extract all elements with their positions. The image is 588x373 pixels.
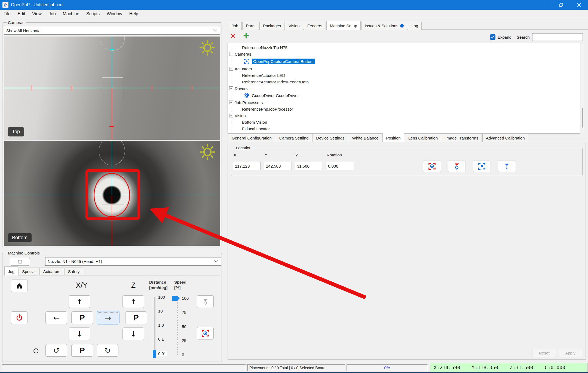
position-xy-button[interactable]: P xyxy=(71,311,93,324)
location-z-field[interactable] xyxy=(295,162,323,170)
tree-item-fiducal-locator[interactable]: Fiducal Locator xyxy=(242,126,270,131)
capture-camera-location-button[interactable] xyxy=(473,160,491,172)
tree-expander[interactable]: − xyxy=(229,52,233,56)
tree-item-capture-camera-bottom[interactable]: OpenPnpCaptureCamera Bottom xyxy=(252,59,315,64)
tool-selector[interactable]: Nozzle: N1 - N045 (Head: H1) xyxy=(45,257,221,266)
tab-job[interactable]: Job xyxy=(228,22,242,30)
close-button[interactable] xyxy=(570,0,588,10)
tab-camera-settling[interactable]: Camera Settling xyxy=(276,134,312,142)
tree-item-actuator-led[interactable]: ReferenceActuator LED xyxy=(242,73,285,78)
park-camera-button[interactable] xyxy=(197,327,214,339)
camera-view-selector[interactable]: Show All Horizontal xyxy=(4,27,220,35)
tab-vision[interactable]: Vision xyxy=(285,22,303,30)
tab-general-configuration[interactable]: General Configuration xyxy=(228,134,275,142)
tree-expander[interactable]: − xyxy=(229,114,233,117)
tab-white-balance[interactable]: White Balance xyxy=(349,134,382,142)
restore-button[interactable] xyxy=(552,0,570,10)
distance-slider-thumb[interactable] xyxy=(153,350,156,358)
capture-nozzle-location-button[interactable] xyxy=(498,160,516,172)
tree-expander[interactable]: − xyxy=(229,67,233,71)
tree-item-cameras[interactable]: Cameras xyxy=(235,52,251,56)
close-icon xyxy=(577,3,581,7)
jog-z-plus-button[interactable]: ↑ xyxy=(122,295,144,308)
position-z-button[interactable]: P xyxy=(125,311,147,324)
home-button[interactable] xyxy=(11,280,28,292)
jog-x-plus-button[interactable]: → xyxy=(97,311,120,325)
location-rotation-field[interactable] xyxy=(326,162,354,170)
top-camera-view[interactable]: Top xyxy=(4,37,220,140)
tree-item-bottom-vision[interactable]: Bottom Vision xyxy=(242,120,267,125)
tree-item-actuators[interactable]: Actuators xyxy=(235,66,252,71)
menu-edit[interactable]: Edit xyxy=(14,10,29,18)
bottom-camera-view[interactable]: Bottom xyxy=(4,141,220,246)
menu-view[interactable]: View xyxy=(29,10,45,18)
distance-tick: 1.0 xyxy=(158,323,164,327)
tree-scrollbar-thumb[interactable] xyxy=(582,108,583,128)
tab-position[interactable]: Position xyxy=(382,133,404,142)
tab-machine-setup[interactable]: Machine Setup xyxy=(326,21,361,30)
gear-icon xyxy=(243,92,250,98)
jog-y-plus-button[interactable]: ↑ xyxy=(69,295,90,308)
tab-lens-calibration[interactable]: Lens Calibration xyxy=(405,134,441,142)
menu-job[interactable]: Job xyxy=(45,10,59,18)
location-y-field[interactable] xyxy=(264,162,292,170)
tab-special[interactable]: Special xyxy=(19,268,39,275)
minimize-button[interactable] xyxy=(534,0,552,10)
menu-machine[interactable]: Machine xyxy=(59,10,83,18)
menu-file[interactable]: File xyxy=(0,10,14,18)
tab-image-transforms[interactable]: Image Transforms xyxy=(442,134,482,142)
jog-c-ccw-button[interactable]: ↺ xyxy=(45,344,67,357)
move-nozzle-to-location-button[interactable] xyxy=(448,160,466,172)
tab-jog[interactable]: Jog xyxy=(4,266,18,275)
menu-window[interactable]: Window xyxy=(103,10,126,18)
collapse-controls-button[interactable] xyxy=(10,258,30,266)
speed-tick: 100 xyxy=(182,296,189,301)
tree-item-drivers[interactable]: Drivers xyxy=(235,86,248,91)
tab-actuators[interactable]: Actuators xyxy=(39,268,64,275)
move-camera-to-location-button[interactable] xyxy=(423,160,441,172)
menu-help[interactable]: Help xyxy=(126,10,142,18)
tree-expander[interactable]: − xyxy=(229,86,233,90)
jog-y-minus-button[interactable]: ↓ xyxy=(69,327,90,340)
reset-button[interactable]: Reset xyxy=(532,349,556,357)
annotation-highlight-square xyxy=(85,169,140,220)
camera-move-icon xyxy=(428,162,436,170)
tab-log[interactable]: Log xyxy=(408,22,422,30)
tab-issues-solutions[interactable]: Issues & Solutions xyxy=(361,22,407,30)
tab-device-settings[interactable]: Device Settings xyxy=(313,134,348,142)
jog-x-minus-button[interactable]: ← xyxy=(45,311,67,324)
expand-checkbox[interactable] xyxy=(490,34,495,40)
panel-splitter[interactable] xyxy=(224,18,226,363)
location-x-field[interactable] xyxy=(233,162,261,170)
nozzle-icon xyxy=(201,298,209,305)
jog-c-cw-button[interactable]: ↻ xyxy=(97,344,118,357)
tree-item-actuator-indexfeeder[interactable]: ReferenceActuator IndexFeederData xyxy=(242,80,309,84)
search-input[interactable] xyxy=(532,33,583,41)
distance-slider[interactable] xyxy=(154,297,155,357)
tree-expander[interactable]: − xyxy=(229,101,233,104)
delete-button[interactable]: ✕ xyxy=(230,32,236,41)
brightness-sun-icon[interactable] xyxy=(199,39,216,56)
minimize-icon xyxy=(541,3,545,7)
top-cam-tick xyxy=(152,86,152,90)
power-button[interactable] xyxy=(11,311,28,324)
park-nozzle-button[interactable] xyxy=(197,295,214,308)
menu-scripts[interactable]: Scripts xyxy=(83,10,103,18)
apply-button[interactable]: Apply xyxy=(559,349,582,357)
tab-feeders[interactable]: Feeders xyxy=(304,22,326,30)
tree-item-vision[interactable]: Vision xyxy=(235,113,246,118)
tab-packages[interactable]: Packages xyxy=(259,22,284,30)
tab-parts[interactable]: Parts xyxy=(242,22,259,30)
tree-item-nozzletip[interactable]: ReferenceNozzleTip N75 xyxy=(242,45,287,50)
machine-setup-tree[interactable]: ReferenceNozzleTip N75 −Cameras OpenPnpC… xyxy=(228,43,580,134)
tree-item-gcodedriver[interactable]: GcodeDriver GcodeDriver xyxy=(252,93,299,98)
jog-z-minus-button[interactable]: ↓ xyxy=(122,327,144,340)
position-c-button[interactable]: P xyxy=(71,344,93,357)
tree-item-pnpjobprocessor[interactable]: ReferencePnpJobProcessor xyxy=(242,107,293,111)
speed-slider[interactable] xyxy=(177,298,178,356)
tree-item-job-processors[interactable]: Job Processors xyxy=(235,100,263,105)
add-button[interactable]: + xyxy=(243,30,249,42)
tab-safety[interactable]: Safety xyxy=(65,268,83,275)
tab-advanced-calibration[interactable]: Advanced Calibration xyxy=(482,134,528,142)
brightness-sun-icon[interactable] xyxy=(199,144,216,160)
